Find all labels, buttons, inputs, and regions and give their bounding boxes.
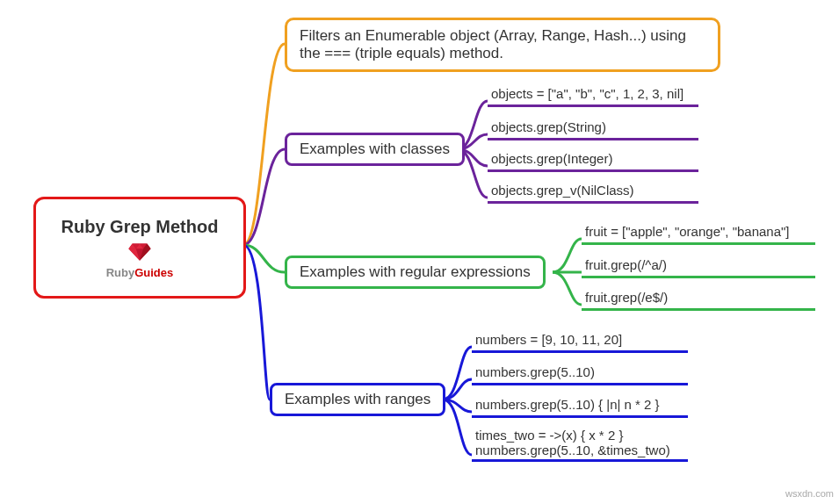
- leaf-ranges-3-line1: times_two = ->(x) { x * 2 }: [475, 428, 684, 443]
- leaf-regex-0[interactable]: fruit = ["apple", "orange", "banana"]: [582, 220, 815, 245]
- branch-regex[interactable]: Examples with regular expressions: [285, 256, 546, 289]
- leaf-ranges-0[interactable]: numbers = [9, 10, 11, 20]: [472, 328, 688, 353]
- leaf-regex-1[interactable]: fruit.grep(/^a/): [582, 254, 815, 278]
- root-node[interactable]: Ruby Grep Method RubyGuides: [33, 197, 246, 299]
- leaf-ranges-3[interactable]: times_two = ->(x) { x * 2 } numbers.grep…: [472, 426, 688, 462]
- leaf-ranges-1[interactable]: numbers.grep(5..10): [472, 361, 688, 385]
- description-box[interactable]: Filters an Enumerable object (Array, Ran…: [285, 18, 720, 72]
- branch-ranges[interactable]: Examples with ranges: [270, 383, 445, 416]
- branch-classes-label: Examples with classes: [300, 140, 450, 157]
- leaf-classes-0[interactable]: objects = ["a", "b", "c", 1, 2, 3, nil]: [488, 83, 698, 107]
- subtitle-gray: Ruby: [106, 266, 135, 279]
- leaf-regex-2[interactable]: fruit.grep(/e$/): [582, 286, 815, 311]
- watermark: wsxdn.com: [785, 488, 834, 499]
- leaf-classes-1[interactable]: objects.grep(String): [488, 116, 698, 140]
- ruby-gem-icon: [127, 241, 152, 265]
- root-subtitle: RubyGuides: [106, 266, 174, 279]
- root-title: Ruby Grep Method: [61, 217, 219, 237]
- branch-classes[interactable]: Examples with classes: [285, 133, 465, 166]
- description-text: Filters an Enumerable object (Array, Ran…: [300, 27, 686, 61]
- subtitle-red: Guides: [134, 266, 173, 279]
- branch-regex-label: Examples with regular expressions: [300, 263, 531, 280]
- leaf-classes-3[interactable]: objects.grep_v(NilClass): [488, 179, 698, 204]
- leaf-ranges-2[interactable]: numbers.grep(5..10) { |n| n * 2 }: [472, 393, 688, 418]
- leaf-classes-2[interactable]: objects.grep(Integer): [488, 148, 698, 172]
- branch-ranges-label: Examples with ranges: [285, 391, 430, 407]
- leaf-ranges-3-line2: numbers.grep(5..10, &times_two): [475, 443, 684, 457]
